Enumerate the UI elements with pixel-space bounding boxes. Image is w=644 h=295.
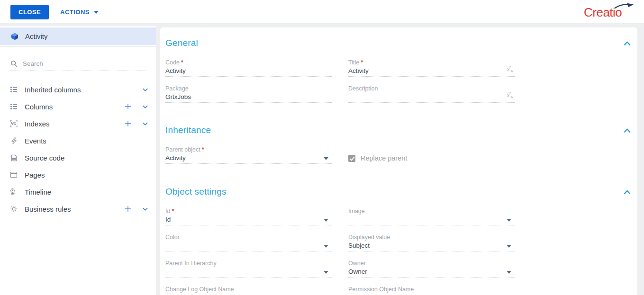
field-label: Image <box>348 208 515 215</box>
search-icon <box>9 60 18 67</box>
sidebar-item-timeline[interactable]: Timeline <box>0 183 156 200</box>
parent-object-select[interactable]: Activity <box>165 154 332 164</box>
field-parent-in-hierarchy: Parent In Hierarchy <box>165 260 332 277</box>
field-label: Parent In Hierarchy <box>165 260 332 268</box>
svg-text:x: x <box>507 93 510 98</box>
replace-parent-checkbox[interactable] <box>348 155 355 162</box>
field-parent-object: Parent object* Activity <box>165 146 332 164</box>
actions-button-label: ACTIONS <box>60 9 90 16</box>
sidebar-item-events[interactable]: Events <box>0 132 156 149</box>
svg-text:A: A <box>510 69 513 73</box>
add-icon[interactable] <box>123 118 133 129</box>
field-label: Color <box>165 234 332 241</box>
sidebar-item-label: Pages <box>25 171 45 179</box>
sidebar-item-columns[interactable]: Columns <box>0 98 156 115</box>
sidebar-selected-label: Activity <box>25 32 48 40</box>
description-input[interactable]: x A <box>348 93 515 103</box>
field-label: Code* <box>165 59 332 67</box>
field-label: Package <box>165 85 332 93</box>
sidebar-item-label: Source code <box>25 154 64 162</box>
code-input[interactable]: Activity <box>165 67 332 77</box>
id-select[interactable]: Id <box>165 215 332 225</box>
general-fields: Code* Activity Title* Activity x A Packa… <box>165 59 637 103</box>
sidebar-item-business-rules[interactable]: Business rules <box>0 200 156 217</box>
section-title: Object settings <box>165 187 227 197</box>
dropdown-caret-icon[interactable] <box>507 271 511 274</box>
section-title: Inheritance <box>165 125 211 135</box>
section-general-header: General <box>165 38 637 50</box>
sidebar-item-inherited-columns[interactable]: Inherited columns <box>0 81 156 98</box>
dropdown-caret-icon[interactable] <box>507 245 511 248</box>
search-input[interactable] <box>23 60 147 67</box>
collapse-chevron-icon[interactable] <box>624 126 631 135</box>
owner-select[interactable]: Owner <box>348 268 515 277</box>
creatio-logo: Creatio <box>584 3 631 21</box>
columns-list-icon <box>9 86 18 93</box>
inheritance-fields: Parent object* Activity Replace parent <box>165 146 637 164</box>
localization-icon[interactable]: x A <box>506 65 514 75</box>
dropdown-caret-icon[interactable] <box>324 245 328 248</box>
displayed-value-select[interactable]: Subject <box>348 241 515 251</box>
checkbox-label: Replace parent <box>361 154 407 162</box>
field-image: Image <box>348 208 515 225</box>
title-input[interactable]: Activity x A <box>348 67 515 77</box>
sidebar-item-source-code[interactable]: Source code <box>0 149 156 166</box>
cube-icon <box>10 33 19 40</box>
section-object-settings-header: Object settings <box>165 187 637 199</box>
field-color: Color <box>165 234 332 251</box>
section-inheritance-header: Inheritance <box>165 125 637 137</box>
expand-chevron-icon[interactable] <box>140 101 150 112</box>
field-label: Id* <box>165 208 332 215</box>
dropdown-caret-icon[interactable] <box>324 157 328 160</box>
sidebar-nav: Inherited columns Columns <box>0 81 156 217</box>
field-displayed-value: Displayed value Subject <box>348 234 515 251</box>
main-panel: General Code* Activity Title* Activity x… <box>160 27 637 295</box>
top-bar: CLOSE ACTIONS Creatio <box>0 0 644 23</box>
field-title: Title* Activity x A <box>348 59 515 77</box>
dropdown-caret-icon[interactable] <box>507 219 511 222</box>
field-description: Description x A <box>348 85 515 103</box>
field-label: Displayed value <box>348 234 515 241</box>
sidebar-item-label: Timeline <box>25 188 51 196</box>
sidebar-item-label: Business rules <box>25 205 71 213</box>
sidebar-item-indexes[interactable]: Indexes <box>0 115 156 132</box>
field-code: Code* Activity <box>165 59 332 77</box>
sidebar-item-activity[interactable]: Activity <box>0 27 156 45</box>
field-owner: Owner Owner <box>348 260 515 277</box>
columns-list-icon <box>9 103 18 110</box>
source-code-icon <box>9 154 18 161</box>
timeline-icon <box>9 188 18 196</box>
field-label: Parent object* <box>165 146 332 154</box>
field-permission-object-name: Permission Object Name <box>348 286 515 295</box>
sidebar-item-pages[interactable]: Pages <box>0 166 156 183</box>
expand-chevron-icon[interactable] <box>140 84 150 95</box>
field-label: Permission Object Name <box>348 286 515 294</box>
collapse-chevron-icon[interactable] <box>624 188 631 197</box>
chevron-down-icon <box>94 11 99 14</box>
expand-chevron-icon[interactable] <box>140 118 150 129</box>
dropdown-caret-icon[interactable] <box>324 271 328 274</box>
actions-button[interactable]: ACTIONS <box>57 5 101 19</box>
package-input[interactable]: GrtxJobs <box>165 93 332 103</box>
add-icon[interactable] <box>123 101 133 112</box>
field-label: Change Log Object Name <box>165 286 332 294</box>
field-change-log-object-name: Change Log Object Name <box>165 286 332 295</box>
sidebar-item-label: Indexes <box>25 120 50 128</box>
collapse-chevron-icon[interactable] <box>624 39 631 48</box>
section-title: General <box>165 38 198 48</box>
localization-icon[interactable]: x A <box>506 91 514 101</box>
close-button[interactable]: CLOSE <box>10 5 49 19</box>
object-settings-fields: Id* Id Image Color Displayed value Subje… <box>165 208 637 295</box>
add-icon[interactable] <box>123 204 133 214</box>
image-select[interactable] <box>348 215 515 225</box>
expand-chevron-icon[interactable] <box>140 204 150 214</box>
sidebar-item-label: Events <box>25 137 46 145</box>
svg-text:A: A <box>510 95 513 99</box>
page-icon <box>9 171 18 179</box>
sidebar-item-label: Inherited columns <box>25 86 81 94</box>
replace-parent-field: Replace parent <box>348 146 515 164</box>
color-select[interactable] <box>165 241 332 251</box>
dropdown-caret-icon[interactable] <box>324 219 328 222</box>
parent-in-hierarchy-select[interactable] <box>165 268 332 277</box>
field-label: Owner <box>348 260 515 268</box>
